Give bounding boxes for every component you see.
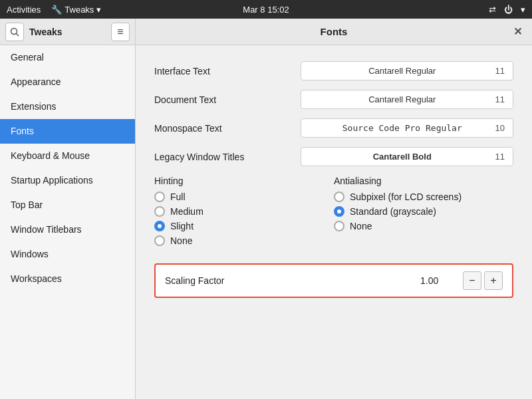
sidebar: GeneralAppearanceExtensionsFontsKeyboard…: [0, 45, 136, 399]
sidebar-item-general[interactable]: General: [0, 45, 135, 70]
menu-button[interactable]: ≡: [111, 23, 130, 41]
sidebar-item-top-bar[interactable]: Top Bar: [0, 193, 135, 217]
app-icon: 🔧: [51, 5, 62, 15]
interface-text-label: Interface Text: [154, 66, 301, 76]
clock: Mar 8 15:02: [243, 5, 289, 15]
antialiasing-label: Antialiasing: [334, 176, 513, 186]
power-arrow-icon: ▾: [521, 5, 525, 15]
scaling-decrease-button[interactable]: −: [463, 271, 481, 290]
scaling-increase-button[interactable]: +: [484, 271, 503, 290]
search-button[interactable]: [5, 23, 24, 41]
app-menu-arrow-icon: ▾: [96, 5, 101, 15]
main-layout: GeneralAppearanceExtensionsFontsKeyboard…: [0, 45, 532, 399]
sidebar-item-extensions[interactable]: Extensions: [0, 94, 135, 119]
power-button[interactable]: ⏻: [504, 5, 513, 15]
interface-text-font-name: Cantarell Regular: [309, 66, 495, 76]
hinting-medium-radio[interactable]: [154, 206, 165, 217]
monospace-text-row: Monospace Text Source Code Pro Regular 1…: [154, 118, 513, 138]
antialiasing-subpixel-radio[interactable]: [334, 192, 344, 202]
hinting-label: Hinting: [154, 176, 334, 186]
hinting-medium-option[interactable]: Medium: [154, 206, 334, 217]
document-text-font-size: 11: [495, 94, 505, 104]
antialiasing-none-radio[interactable]: [334, 221, 344, 231]
document-text-label: Document Text: [154, 94, 301, 105]
monospace-text-font-name: Source Code Pro Regular: [309, 123, 495, 133]
sidebar-item-workspaces[interactable]: Workspaces: [0, 267, 135, 291]
sidebar-item-keyboard-mouse[interactable]: Keyboard & Mouse: [0, 144, 135, 168]
hinting-col: Hinting Full Medium Slight: [154, 176, 334, 250]
antialiasing-standard-option[interactable]: Standard (grayscale): [334, 206, 513, 217]
options-row: Hinting Full Medium Slight: [154, 176, 513, 250]
hinting-slight-label: Slight: [170, 221, 194, 231]
hinting-none-label: None: [170, 235, 192, 246]
hinting-slight-radio[interactable]: [154, 221, 165, 231]
document-text-row: Document Text Cantarell Regular 11: [154, 90, 513, 109]
legacy-window-titles-font-name: Cantarell Bold: [309, 152, 495, 162]
monospace-text-font-size: 10: [495, 123, 505, 133]
network-icon: ⇄: [489, 5, 496, 15]
sidebar-item-startup-applications[interactable]: Startup Applications: [0, 168, 135, 193]
monospace-text-button[interactable]: Source Code Pro Regular 10: [301, 118, 513, 138]
sidebar-header: Tweaks ≡: [0, 19, 136, 45]
app-menu-button[interactable]: 🔧 Tweaks ▾: [51, 5, 101, 15]
scaling-factor-value: 1.00: [420, 275, 447, 286]
hinting-full-radio[interactable]: [154, 192, 165, 202]
antialiasing-subpixel-label: Subpixel (for LCD screens): [350, 192, 462, 202]
antialiasing-standard-label: Standard (grayscale): [350, 206, 436, 217]
antialiasing-subpixel-option[interactable]: Subpixel (for LCD screens): [334, 192, 513, 202]
hinting-none-option[interactable]: None: [154, 235, 334, 246]
hinting-full-label: Full: [170, 192, 186, 202]
svg-line-1: [17, 33, 19, 36]
sidebar-item-appearance[interactable]: Appearance: [0, 70, 135, 94]
legacy-window-titles-font-size: 11: [495, 152, 505, 162]
hinting-full-option[interactable]: Full: [154, 192, 334, 202]
hinting-none-radio[interactable]: [154, 235, 165, 246]
document-text-button[interactable]: Cantarell Regular 11: [301, 90, 513, 109]
content-title-area: Fonts ✕: [136, 26, 532, 37]
legacy-window-titles-label: Legacy Window Titles: [154, 152, 301, 162]
monospace-text-label: Monospace Text: [154, 123, 301, 134]
sidebar-item-window-titlebars[interactable]: Window Titlebars: [0, 217, 135, 242]
legacy-window-titles-row: Legacy Window Titles Cantarell Bold 11: [154, 147, 513, 166]
antialiasing-standard-radio[interactable]: [334, 206, 344, 217]
antialiasing-none-option[interactable]: None: [334, 221, 513, 231]
tweaks-window: Tweaks ≡ Fonts ✕ GeneralAppearanceExtens…: [0, 19, 532, 399]
content-area: Interface Text Cantarell Regular 11 Docu…: [136, 45, 532, 399]
hinting-slight-option[interactable]: Slight: [154, 221, 334, 231]
window-titlebar: Tweaks ≡ Fonts ✕: [0, 19, 532, 45]
sidebar-title: Tweaks: [29, 27, 106, 37]
hinting-medium-label: Medium: [170, 206, 203, 217]
close-button[interactable]: ✕: [511, 25, 524, 39]
content-title: Fonts: [321, 26, 348, 37]
search-icon: [10, 27, 19, 37]
scaling-factor-label: Scaling Factor: [165, 275, 420, 286]
interface-text-font-size: 11: [495, 66, 505, 76]
antialiasing-none-label: None: [350, 221, 372, 231]
sidebar-item-windows[interactable]: Windows: [0, 242, 135, 267]
document-text-font-name: Cantarell Regular: [309, 94, 495, 104]
antialiasing-col: Antialiasing Subpixel (for LCD screens) …: [334, 176, 513, 250]
topbar: Activities 🔧 Tweaks ▾ Mar 8 15:02 ⇄ ⏻ ▾: [0, 0, 532, 19]
svg-point-0: [11, 28, 17, 34]
scaling-factor-row: Scaling Factor 1.00 − +: [154, 263, 513, 298]
sidebar-item-fonts[interactable]: Fonts: [0, 119, 135, 144]
interface-text-row: Interface Text Cantarell Regular 11: [154, 61, 513, 80]
legacy-window-titles-button[interactable]: Cantarell Bold 11: [301, 147, 513, 166]
interface-text-button[interactable]: Cantarell Regular 11: [301, 61, 513, 80]
activities-button[interactable]: Activities: [7, 5, 41, 15]
